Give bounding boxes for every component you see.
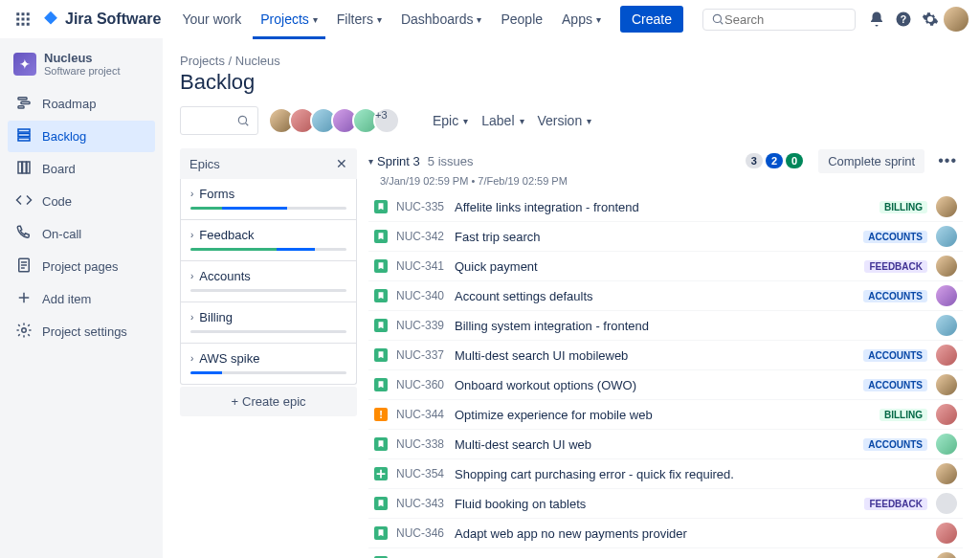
close-icon[interactable]: ✕	[336, 156, 347, 171]
issue-summary: Multi-dest search UI mobileweb	[455, 348, 855, 363]
epic-progress-bar	[190, 371, 346, 374]
sidebar-item-project-settings[interactable]: Project settings	[8, 316, 155, 347]
epic-item[interactable]: ›Forms	[181, 179, 356, 220]
issue-row[interactable]: NUC-354 Shopping cart purchasing error -…	[368, 459, 963, 489]
assignee-filter-avatars[interactable]: +3	[268, 107, 400, 134]
assignee-avatar[interactable]	[936, 345, 957, 366]
assignee-avatar[interactable]	[936, 374, 957, 395]
nav-people[interactable]: People	[493, 8, 550, 31]
assignee-avatar[interactable]	[936, 315, 957, 336]
epic-label: FEEDBACK	[864, 260, 927, 273]
settings-icon[interactable]	[917, 6, 944, 33]
epic-label: ACCOUNTS	[863, 231, 927, 243]
issue-type-icon	[374, 526, 388, 540]
breadcrumb[interactable]: Projects / Nucleus	[180, 54, 963, 68]
issue-row[interactable]: NUC-336 Quick booking for accomodations …	[368, 548, 963, 558]
assignee-avatar[interactable]	[936, 493, 957, 514]
sidebar-item-project-pages[interactable]: Project pages	[8, 251, 155, 282]
issue-row[interactable]: NUC-338 Multi-dest search UI web ACCOUNT…	[368, 430, 963, 459]
assignee-avatar[interactable]	[936, 196, 957, 217]
project-name: Nucleus	[44, 52, 120, 65]
nav-projects[interactable]: Projects▾	[253, 8, 325, 31]
epic-label: ACCOUNTS	[863, 438, 927, 451]
stat-todo: 3	[746, 153, 763, 168]
sprint-toggle[interactable]: ▾ Sprint 3	[368, 154, 420, 168]
sidebar-item-backlog[interactable]: Backlog	[8, 121, 155, 152]
global-search[interactable]	[702, 9, 856, 31]
assignee-avatar[interactable]	[936, 285, 957, 306]
issue-summary: Multi-dest search UI web	[455, 437, 855, 452]
svg-rect-14	[18, 106, 24, 108]
chevron-right-icon: ›	[190, 230, 193, 240]
issue-key: NUC-340	[396, 289, 446, 302]
filter-version[interactable]: Version▾	[536, 109, 594, 132]
stat-done: 0	[786, 153, 803, 168]
sidebar-item-roadmap[interactable]: Roadmap	[8, 88, 155, 120]
assignee-avatar[interactable]	[936, 463, 957, 484]
sidebar-item-code[interactable]: Code	[8, 186, 155, 217]
sidebar-item-board[interactable]: Board	[8, 153, 155, 185]
nav-filters[interactable]: Filters▾	[329, 8, 390, 31]
assignee-avatar[interactable]	[936, 404, 957, 425]
issue-row[interactable]: NUC-340 Account settings defaults ACCOUN…	[368, 281, 963, 311]
epic-label: ACCOUNTS	[863, 290, 927, 302]
svg-rect-5	[27, 18, 30, 21]
more-icon[interactable]: •••	[932, 148, 963, 173]
chevron-down-icon: ▾	[587, 116, 591, 126]
notifications-icon[interactable]	[863, 6, 890, 33]
assignee-avatar[interactable]	[936, 256, 957, 277]
nav-dashboards[interactable]: Dashboards▾	[393, 8, 490, 31]
filter-epic[interactable]: Epic▾	[431, 109, 470, 132]
issue-row[interactable]: ! NUC-344 Optimize experience for mobile…	[368, 400, 963, 430]
avatar-overflow[interactable]: +3	[373, 107, 400, 134]
sidebar-item-on-call[interactable]: On-call	[8, 218, 155, 250]
filter-label[interactable]: Label▾	[479, 109, 525, 132]
epic-item[interactable]: ›Billing	[181, 302, 356, 344]
nav-your-work[interactable]: Your work	[174, 8, 249, 31]
issue-row[interactable]: NUC-335 Affelite links integration - fro…	[368, 192, 963, 222]
backlog-search[interactable]	[180, 106, 258, 135]
issue-type-icon	[374, 378, 388, 391]
epic-item[interactable]: ›Accounts	[181, 261, 356, 302]
svg-rect-16	[18, 134, 30, 137]
issue-row[interactable]: NUC-341 Quick payment FEEDBACK	[368, 252, 963, 281]
issue-key: NUC-337	[396, 348, 446, 362]
assignee-avatar[interactable]	[936, 226, 957, 247]
assignee-avatar[interactable]	[936, 523, 957, 544]
issue-type-icon: !	[374, 408, 388, 421]
issue-type-icon	[374, 319, 388, 332]
project-card[interactable]: ✦ Nucleus Software project	[8, 52, 155, 88]
svg-rect-4	[22, 18, 25, 21]
app-switcher-icon[interactable]	[11, 8, 34, 31]
chevron-down-icon: ▾	[520, 116, 524, 126]
control-row: +3 Epic▾ Label▾ Version▾	[180, 106, 963, 135]
help-icon[interactable]: ?	[890, 6, 917, 33]
issue-row[interactable]: NUC-346 Adapt web app no new payments pr…	[368, 519, 963, 548]
search-input[interactable]	[724, 12, 847, 27]
assignee-avatar[interactable]	[936, 434, 957, 455]
issue-row[interactable]: NUC-342 Fast trip search ACCOUNTS	[368, 222, 963, 252]
svg-point-22	[22, 328, 27, 333]
epic-progress-bar	[190, 248, 346, 251]
create-button[interactable]: Create	[620, 6, 683, 33]
sidebar-item-add-item[interactable]: Add item	[8, 283, 155, 315]
issue-row[interactable]: NUC-343 Fluid booking on tablets FEEDBAC…	[368, 489, 963, 519]
epic-name: Accounts	[199, 269, 250, 283]
nav-apps[interactable]: Apps▾	[554, 8, 609, 31]
epic-item[interactable]: ›Feedback	[181, 220, 356, 261]
jira-logo[interactable]: Jira Software	[40, 9, 161, 30]
complete-sprint-button[interactable]: Complete sprint	[818, 149, 924, 173]
issue-row[interactable]: NUC-360 Onboard workout options (OWO) AC…	[368, 370, 963, 400]
issue-type-icon	[374, 437, 388, 451]
issue-row[interactable]: NUC-339 Billing system integration - fro…	[368, 311, 963, 341]
issue-summary: Fast trip search	[455, 230, 855, 244]
create-epic-button[interactable]: + Create epic	[180, 387, 357, 416]
issue-row[interactable]: NUC-337 Multi-dest search UI mobileweb A…	[368, 341, 963, 370]
issue-type-icon	[374, 497, 388, 510]
issue-key: NUC-341	[396, 259, 446, 273]
assignee-avatar[interactable]	[936, 552, 957, 558]
sprint-stats: 3 2 0	[746, 153, 803, 168]
svg-rect-0	[16, 12, 19, 15]
profile-avatar[interactable]	[944, 7, 969, 32]
epic-item[interactable]: ›AWS spike	[181, 344, 356, 384]
